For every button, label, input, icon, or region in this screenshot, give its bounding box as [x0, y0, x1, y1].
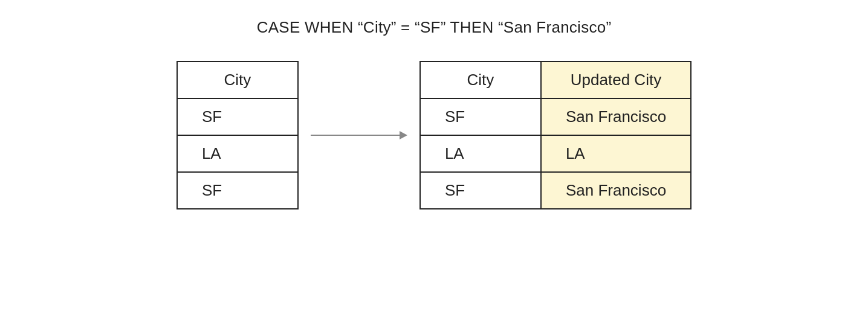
left-table: City SF LA SF [177, 61, 299, 209]
arrow-container [299, 131, 419, 139]
right-table-wrapper: City Updated City SF San Francisco LA LA… [419, 61, 691, 209]
arrow-icon [311, 131, 407, 139]
table-row: SF [177, 98, 298, 135]
right-row-2-city: LA [420, 135, 541, 172]
left-row-3: SF [177, 172, 298, 209]
right-row-1-updated: San Francisco [541, 98, 691, 135]
left-table-header: City [177, 62, 298, 98]
right-row-3-city: SF [420, 172, 541, 209]
right-table-city-header: City [420, 62, 541, 98]
right-table: City Updated City SF San Francisco LA LA… [419, 61, 691, 209]
right-table-updated-header: Updated City [541, 62, 691, 98]
table-row: SF San Francisco [420, 98, 691, 135]
formula-text: CASE WHEN “City” = “SF” THEN “San Franci… [257, 18, 612, 37]
arrow-head [400, 131, 407, 139]
right-row-1-city: SF [420, 98, 541, 135]
right-row-3-updated: San Francisco [541, 172, 691, 209]
left-table-wrapper: City SF LA SF [177, 61, 299, 209]
diagram-container: City SF LA SF [177, 61, 691, 209]
left-row-2: LA [177, 135, 298, 172]
right-row-2-updated: LA [541, 135, 691, 172]
left-row-1: SF [177, 98, 298, 135]
arrow-line [311, 135, 400, 136]
table-row: LA [177, 135, 298, 172]
table-row: SF San Francisco [420, 172, 691, 209]
table-row: LA LA [420, 135, 691, 172]
table-row: SF [177, 172, 298, 209]
